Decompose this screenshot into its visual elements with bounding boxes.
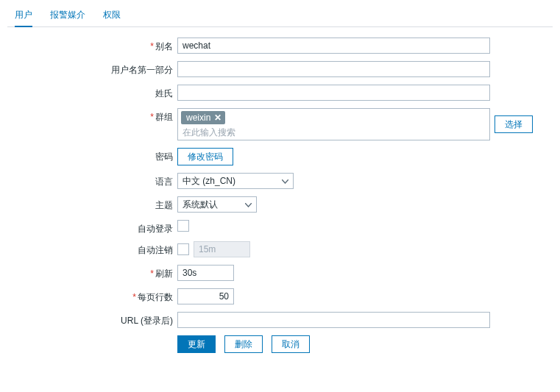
rows-input[interactable] <box>177 288 234 304</box>
theme-value: 系统默认 <box>182 199 218 211</box>
cancel-button[interactable]: 取消 <box>272 335 310 353</box>
change-password-button[interactable]: 修改密码 <box>177 148 233 165</box>
tabs: 用户 报警媒介 权限 <box>7 4 553 27</box>
language-select[interactable]: 中文 (zh_CN) <box>177 173 294 189</box>
autologout-checkbox[interactable] <box>177 243 189 255</box>
tab-user[interactable]: 用户 <box>15 4 32 26</box>
choose-group-button[interactable]: 选择 <box>495 115 533 133</box>
label-autologin: 自动登录 <box>7 220 177 235</box>
chevron-down-icon <box>245 199 252 210</box>
label-rows: *每页行数 <box>7 288 177 304</box>
group-multiselect[interactable]: weixin ✕ <box>177 108 490 140</box>
alias-input[interactable] <box>177 38 490 54</box>
theme-select[interactable]: 系统默认 <box>177 196 257 213</box>
label-last: 姓氏 <box>7 85 177 100</box>
tab-perm[interactable]: 权限 <box>103 4 121 26</box>
chevron-down-icon <box>282 176 288 186</box>
group-tag-label: weixin <box>186 112 210 124</box>
label-first: 用户名第一部分 <box>7 61 177 76</box>
first-input[interactable] <box>177 61 490 77</box>
user-form: *别名 用户名第一部分 姓氏 *群组 weixin ✕ 选择 <box>7 27 553 353</box>
autologout-input <box>194 241 250 257</box>
label-pwd: 密码 <box>7 148 177 163</box>
label-group: *群组 <box>7 108 177 124</box>
language-value: 中文 (zh_CN) <box>182 175 235 188</box>
label-alias: *别名 <box>7 38 177 53</box>
group-search-input[interactable] <box>181 126 489 138</box>
group-tag[interactable]: weixin ✕ <box>181 111 225 124</box>
last-input[interactable] <box>177 85 490 101</box>
autologin-checkbox[interactable] <box>177 220 189 232</box>
label-theme: 主题 <box>7 196 177 212</box>
remove-tag-icon[interactable]: ✕ <box>214 113 221 122</box>
label-lang: 语言 <box>7 173 177 188</box>
delete-button[interactable]: 删除 <box>224 335 263 353</box>
label-autologout: 自动注销 <box>7 241 177 257</box>
form-actions: 更新 删除 取消 <box>177 335 553 353</box>
tab-media[interactable]: 报警媒介 <box>50 4 85 26</box>
label-url: URL (登录后) <box>7 312 177 327</box>
url-input[interactable] <box>177 312 490 328</box>
refresh-input[interactable] <box>177 265 234 281</box>
label-refresh: *刷新 <box>7 265 177 280</box>
update-button[interactable]: 更新 <box>177 335 216 353</box>
